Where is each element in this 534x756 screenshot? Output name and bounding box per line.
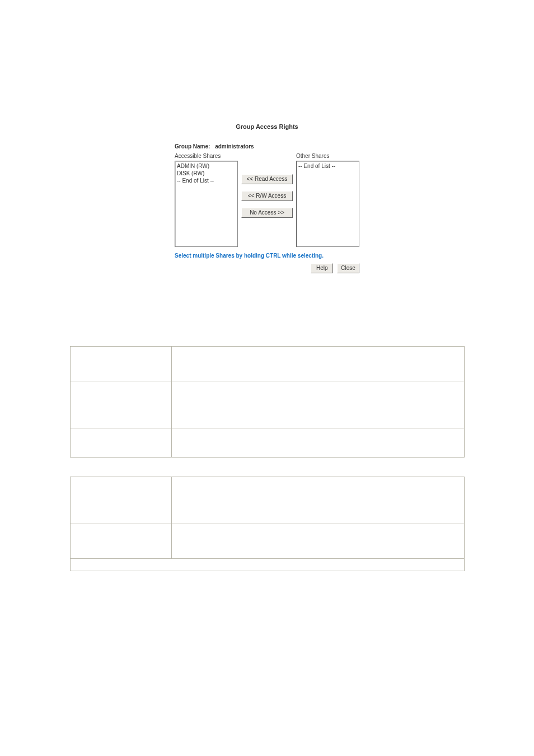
other-shares-column: Other Shares -- End of List -- <box>296 153 359 247</box>
accessible-shares-column: Accessible Shares ADMIN (RW) DISK (RW) -… <box>175 153 238 247</box>
table-cell <box>70 381 171 428</box>
table-cell <box>171 477 464 524</box>
access-buttons-column: << Read Access << R/W Access No Access >… <box>238 153 296 218</box>
read-access-button[interactable]: << Read Access <box>241 174 293 184</box>
list-item[interactable]: ADMIN (RW) <box>177 162 236 170</box>
table-cell <box>70 559 464 571</box>
table-cell <box>171 428 464 458</box>
other-shares-list[interactable]: -- End of List -- <box>296 161 359 247</box>
list-item[interactable]: DISK (RW) <box>177 170 236 177</box>
no-access-button[interactable]: No Access >> <box>241 208 293 218</box>
info-table-1 <box>70 346 465 458</box>
table-cell <box>70 347 171 381</box>
table-cell <box>171 524 464 559</box>
info-table-2 <box>70 477 465 571</box>
group-access-dialog: Group Access Rights Group Name: administ… <box>0 123 534 273</box>
selection-hint: Select multiple Shares by holding CTRL w… <box>175 253 359 259</box>
table-cell <box>70 428 171 458</box>
table-cell <box>171 347 464 381</box>
group-name-label: Group Name: <box>175 143 210 150</box>
accessible-shares-list[interactable]: ADMIN (RW) DISK (RW) -- End of List -- <box>175 161 238 247</box>
dialog-title: Group Access Rights <box>0 123 534 130</box>
dialog-bottom-buttons: Help Close <box>175 263 359 273</box>
rw-access-button[interactable]: << R/W Access <box>241 191 293 201</box>
table-cell <box>171 381 464 428</box>
list-item[interactable]: -- End of List -- <box>298 162 357 170</box>
group-name-row: Group Name: administrators <box>175 143 359 150</box>
document-tables-area <box>70 346 465 571</box>
group-name-value: administrators <box>215 143 254 150</box>
accessible-shares-label: Accessible Shares <box>175 153 238 159</box>
list-item[interactable]: -- End of List -- <box>177 177 236 184</box>
other-shares-label: Other Shares <box>296 153 359 159</box>
help-button[interactable]: Help <box>311 263 333 273</box>
table-cell <box>70 477 171 524</box>
close-button[interactable]: Close <box>337 263 359 273</box>
table-cell <box>70 524 171 559</box>
